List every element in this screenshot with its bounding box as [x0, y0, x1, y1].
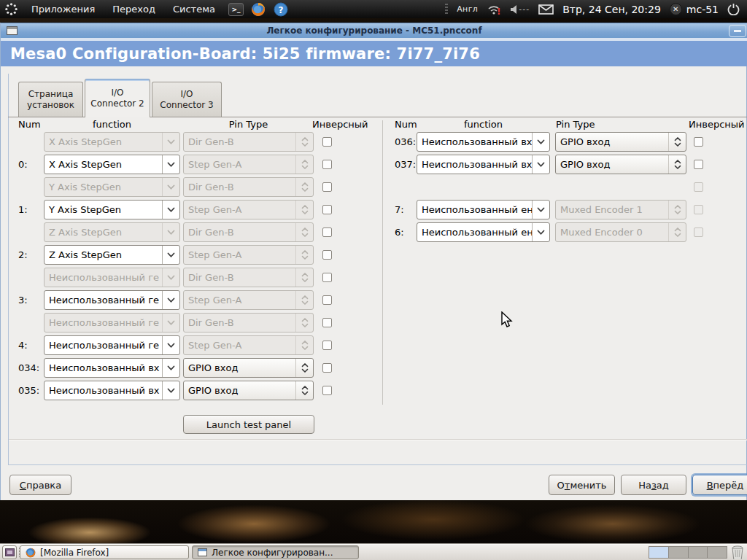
invert-checkbox[interactable]: [322, 205, 332, 214]
pintype-combobox[interactable]: GPIO вход: [555, 155, 686, 174]
table-row: [387, 177, 747, 197]
table-divider: [382, 120, 383, 405]
invert-checkbox[interactable]: [694, 137, 703, 147]
chevron-down-icon: [162, 201, 179, 219]
pintype-value: GPIO вход: [556, 155, 668, 174]
top-panel: ПриложенияПереходСистема >_ ?: [0, 0, 747, 18]
show-desktop-icon: [5, 548, 15, 556]
pintype-combobox[interactable]: GPIO вход: [183, 358, 314, 378]
invert-checkbox[interactable]: [322, 363, 332, 373]
tab-i-o-connector-2[interactable]: I/O Connector 2: [85, 79, 150, 117]
pintype-combobox: Step Gen-A: [183, 200, 314, 219]
menu-applications[interactable]: Приложения: [26, 2, 101, 16]
taskbar-window-label: Легкое конфигурирован...: [212, 548, 333, 558]
user-menu[interactable]: ✕ mc-51: [670, 3, 719, 15]
help-launcher[interactable]: ?: [274, 2, 289, 16]
distributor-logo-icon[interactable]: [4, 2, 18, 16]
pin-number-label: 2:: [18, 245, 47, 265]
pintype-value: Dir Gen-B: [184, 133, 295, 151]
workspace-3[interactable]: [689, 547, 708, 558]
tab-страница-установок[interactable]: Страница установок: [18, 82, 83, 117]
network-icon[interactable]: !: [487, 4, 501, 15]
chevron-down-icon: [162, 381, 179, 400]
launch-test-panel-button[interactable]: Launch test panel: [183, 415, 314, 434]
function-value: X Axis StepGen: [44, 133, 162, 151]
keyboard-layout-indicator[interactable]: Англ: [457, 4, 478, 14]
pintype-value: GPIO вход: [184, 381, 295, 400]
function-combobox[interactable]: X Axis StepGen: [44, 155, 180, 174]
invert-checkbox[interactable]: [322, 182, 332, 192]
menu-system[interactable]: Система: [167, 2, 221, 16]
function-value: Z Axis StepGen: [44, 246, 162, 264]
workspace-4[interactable]: [708, 547, 727, 558]
workspace-1[interactable]: [649, 547, 669, 558]
function-combobox[interactable]: Неиспользованный вх: [44, 381, 180, 400]
back-button[interactable]: Назад: [621, 475, 686, 495]
pintype-combobox: Dir Gen-B: [183, 132, 314, 152]
function-combobox[interactable]: Неиспользованный вх: [417, 132, 550, 152]
function-combobox[interactable]: Y Axis StepGen: [44, 200, 180, 219]
firefox-launcher[interactable]: [251, 2, 266, 16]
tab-label-line2: Connector 3: [152, 100, 221, 111]
pncconf-window: Легкое конфигурирование - MC51.pncconf M…: [0, 23, 747, 500]
invert-checkbox[interactable]: [322, 228, 332, 237]
help-button[interactable]: Справка: [9, 475, 71, 495]
function-combobox[interactable]: Неиспользованный ен: [417, 200, 550, 219]
invert-checkbox[interactable]: [694, 160, 703, 169]
spinner-arrows-icon: [295, 359, 313, 377]
invert-checkbox[interactable]: [322, 341, 332, 350]
tab-i-o-connector-3[interactable]: I/O Connector 3: [152, 82, 222, 117]
invert-checkbox[interactable]: [322, 295, 332, 305]
pintype-value: Step Gen-A: [184, 291, 295, 309]
volume-indicator[interactable]: ---: [510, 4, 530, 15]
trash-icon[interactable]: [731, 545, 744, 559]
function-value: Неиспользованный ге: [44, 314, 162, 332]
invert-checkbox[interactable]: [322, 318, 332, 327]
desktop-wallpaper-bottom: [0, 500, 747, 543]
terminal-launcher[interactable]: >_: [228, 2, 244, 16]
invert-checkbox[interactable]: [322, 386, 332, 395]
username: mc-51: [686, 4, 719, 15]
taskbar-window-2[interactable]: Легкое конфигурирован...: [192, 545, 359, 559]
pintype-combobox[interactable]: GPIO вход: [555, 132, 686, 152]
clock[interactable]: Втр, 24 Сен, 20:29: [562, 4, 661, 15]
forward-button[interactable]: Вперёд: [692, 475, 747, 495]
invert-checkbox[interactable]: [322, 137, 332, 147]
invert-checkbox[interactable]: [322, 273, 332, 282]
pintype-combobox: Muxed Encoder 1: [555, 200, 686, 219]
chevron-down-icon: [162, 223, 179, 241]
workspace-2[interactable]: [669, 547, 689, 558]
taskbar-window-1[interactable]: [Mozilla Firefox]: [20, 545, 189, 559]
invert-checkbox[interactable]: [322, 250, 332, 260]
menu-places[interactable]: Переход: [107, 2, 161, 16]
function-combobox[interactable]: Неиспользованный вх: [44, 358, 180, 378]
function-combobox[interactable]: Неиспользованный вх: [417, 155, 550, 174]
column-header-invert: Инверсный: [312, 119, 378, 130]
function-combobox[interactable]: Z Axis StepGen: [44, 245, 180, 265]
pintype-value: Step Gen-A: [184, 336, 295, 354]
pintype-value: Step Gen-A: [184, 155, 295, 174]
table-row: 6: Неиспользованный ен Muxed Encoder 0: [387, 222, 747, 242]
taskbar: [Mozilla Firefox]Легкое конфигурирован..…: [0, 543, 747, 560]
mail-icon[interactable]: [538, 4, 554, 15]
function-combobox[interactable]: Неиспользованный ге: [44, 290, 180, 310]
invert-checkbox[interactable]: [322, 160, 332, 169]
column-header-pintype: Pin Type: [556, 119, 595, 130]
taskbar-window-label: [Mozilla Firefox]: [40, 548, 109, 558]
pintype-combobox[interactable]: GPIO вход: [183, 381, 314, 400]
screen: ПриложенияПереходСистема >_ ?: [0, 0, 747, 560]
spinner-arrows-icon: [295, 291, 313, 309]
unmaximize-button[interactable]: [729, 25, 746, 37]
window-titlebar[interactable]: Легкое конфигурирование - MC51.pncconf: [1, 23, 747, 38]
cancel-button[interactable]: Отменить: [549, 475, 615, 495]
function-combobox[interactable]: Неиспользованный ен: [417, 222, 550, 242]
applet-handle[interactable]: [445, 4, 448, 15]
pintype-value: Muxed Encoder 0: [556, 223, 668, 241]
show-desktop-button[interactable]: [2, 545, 17, 559]
table-row: 0: X Axis StepGen Step Gen-A: [11, 155, 376, 174]
function-combobox[interactable]: Неиспользованный ге: [44, 335, 180, 355]
spinner-arrows-icon: [295, 381, 313, 400]
power-icon[interactable]: [727, 3, 740, 15]
menubar: ПриложенияПереходСистема: [26, 2, 221, 16]
action-area-separator: [9, 439, 747, 440]
